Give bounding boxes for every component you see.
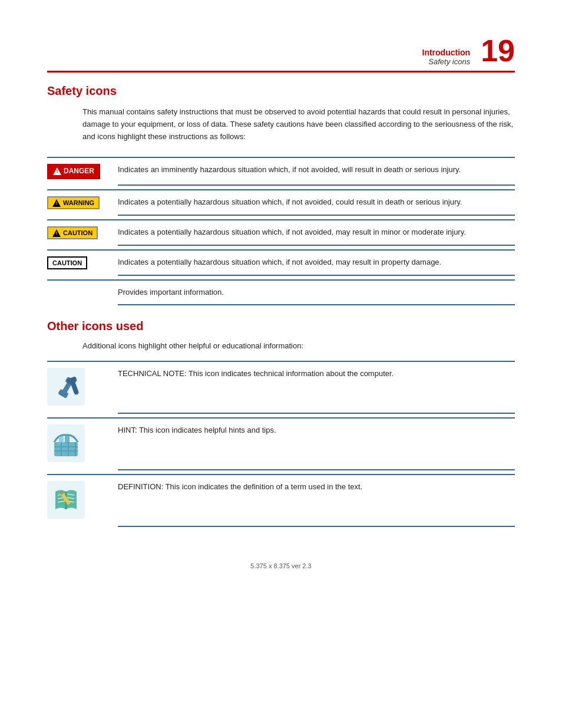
caution-y-label: CAUTION bbox=[63, 229, 92, 236]
tools-icon bbox=[47, 368, 85, 406]
danger-label: DANGER bbox=[64, 167, 94, 175]
definition-icon bbox=[47, 481, 85, 519]
danger-triangle-icon: ! bbox=[53, 167, 61, 174]
info-description: Provides important information. bbox=[118, 280, 515, 305]
caution-y-description: Indicates a potentially hazardous situat… bbox=[118, 220, 515, 245]
definition-description: DEFINITION: This icon indicates the defi… bbox=[118, 475, 515, 526]
safety-table: ! DANGER Indicates an imminently hazardo… bbox=[47, 157, 515, 305]
warning-label: WARNING bbox=[63, 199, 94, 206]
table-row: ! CAUTION Indicates a potentially hazard… bbox=[47, 220, 515, 245]
tech-note-description: TECHNICAL NOTE: This icon indicates tech… bbox=[118, 361, 515, 413]
chapter-title: Introduction bbox=[422, 48, 471, 57]
table-row: ! WARNING Indicates a potentially hazard… bbox=[47, 190, 515, 215]
other-intro-text: Additional icons highlight other helpful… bbox=[82, 341, 515, 350]
badge-cell-caution-w: CAUTION bbox=[47, 250, 118, 275]
caution-w-description: Indicates a potentially hazardous situat… bbox=[118, 250, 515, 275]
hint-icon bbox=[47, 424, 85, 462]
header-rule bbox=[47, 71, 515, 73]
other-icons-table: TECHNICAL NOTE: This icon indicates tech… bbox=[47, 361, 515, 527]
page-header: Introduction Safety icons 19 bbox=[0, 35, 562, 68]
badge-cell-caution-y: ! CAUTION bbox=[47, 220, 118, 245]
tech-note-icon-cell bbox=[47, 361, 118, 413]
caution-w-label: CAUTION bbox=[52, 259, 82, 266]
hint-description: HINT: This icon indicates helpful hints … bbox=[118, 418, 515, 470]
page-number: 19 bbox=[481, 35, 515, 66]
chapter-subtitle: Safety icons bbox=[422, 57, 471, 66]
spacer-row bbox=[47, 470, 515, 475]
table-row: DEFINITION: This icon indicates the defi… bbox=[47, 475, 515, 526]
badge-cell-warning: ! WARNING bbox=[47, 190, 118, 215]
spacer-row bbox=[47, 413, 515, 418]
danger-badge: ! DANGER bbox=[47, 164, 100, 179]
safety-section-title: Safety icons bbox=[47, 84, 515, 98]
main-content: Safety icons This manual contains safety… bbox=[0, 84, 562, 527]
warning-description: Indicates a potentially hazardous situat… bbox=[118, 190, 515, 215]
danger-description: Indicates an imminently hazardous situat… bbox=[118, 157, 515, 185]
table-row: HINT: This icon indicates helpful hints … bbox=[47, 418, 515, 470]
table-row: Provides important information. bbox=[47, 280, 515, 305]
svg-rect-7 bbox=[54, 442, 78, 456]
definition-icon-cell bbox=[47, 475, 118, 526]
badge-cell-danger: ! DANGER bbox=[47, 157, 118, 185]
footer-text: 5.375 x 8.375 ver 2.3 bbox=[250, 562, 311, 569]
spacer-row bbox=[47, 275, 515, 280]
hint-icon-cell bbox=[47, 418, 118, 470]
warning-triangle-icon: ! bbox=[52, 199, 61, 206]
caution-white-badge: CAUTION bbox=[47, 256, 87, 269]
other-section-title: Other icons used bbox=[47, 319, 515, 333]
table-row: ! DANGER Indicates an imminently hazardo… bbox=[47, 157, 515, 185]
svg-rect-9 bbox=[65, 435, 70, 443]
page: Introduction Safety icons 19 Safety icon… bbox=[0, 0, 562, 728]
table-row: TECHNICAL NOTE: This icon indicates tech… bbox=[47, 361, 515, 413]
spacer-row bbox=[47, 215, 515, 220]
spacer-row bbox=[47, 245, 515, 250]
badge-cell-none bbox=[47, 280, 118, 305]
table-row: CAUTION Indicates a potentially hazardou… bbox=[47, 250, 515, 275]
header-chapter: Introduction Safety icons bbox=[422, 48, 471, 66]
spacer-row bbox=[47, 185, 515, 190]
other-icons-section: Other icons used Additional icons highli… bbox=[47, 319, 515, 527]
safety-intro-text: This manual contains safety instructions… bbox=[82, 106, 515, 143]
footer: 5.375 x 8.375 ver 2.3 bbox=[0, 562, 562, 569]
warning-badge: ! WARNING bbox=[47, 196, 100, 209]
caution-y-triangle-icon: ! bbox=[52, 229, 61, 236]
caution-yellow-badge: ! CAUTION bbox=[47, 226, 98, 239]
